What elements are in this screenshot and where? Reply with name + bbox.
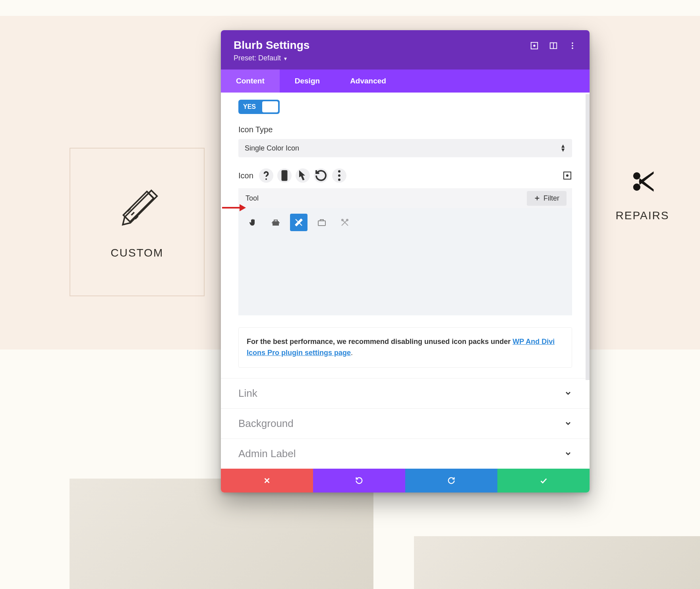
- svg-point-21: [567, 175, 568, 176]
- performance-notice: For the best performance, we recommend d…: [238, 327, 572, 368]
- modal-header: Blurb Settings Preset: Default ▼: [221, 30, 590, 70]
- svg-rect-26: [318, 221, 325, 226]
- split-view-icon[interactable]: [549, 41, 558, 50]
- notice-text: For the best performance, we recommend d…: [247, 338, 512, 346]
- accordion-title: Link: [238, 387, 257, 400]
- blurb-card-repairs: REPAIRS: [601, 168, 684, 222]
- reset-icon[interactable]: [314, 168, 328, 183]
- caret-down-icon: ▼: [282, 56, 288, 62]
- more-options-icon[interactable]: [332, 168, 346, 183]
- filter-button[interactable]: Filter: [527, 191, 567, 206]
- tab-design[interactable]: Design: [280, 70, 335, 93]
- svg-point-19: [338, 179, 340, 181]
- toggle-value: YES: [240, 103, 259, 110]
- icon-type-value: Single Color Icon: [245, 144, 299, 153]
- modal-title: Blurb Settings: [234, 39, 309, 52]
- blurb-card-label: REPAIRS: [616, 209, 669, 222]
- filter-button-label: Filter: [543, 194, 559, 203]
- svg-line-2: [131, 212, 134, 215]
- expand-icon[interactable]: [530, 41, 539, 50]
- icon-option-briefcase[interactable]: [313, 214, 331, 231]
- use-icon-toggle[interactable]: YES: [238, 100, 280, 114]
- icon-option-tools[interactable]: [336, 214, 354, 231]
- accordion-link[interactable]: Link: [221, 378, 590, 408]
- icon-option-hand[interactable]: [244, 214, 261, 231]
- icon-search-bar: Filter: [238, 188, 572, 208]
- svg-point-17: [338, 170, 340, 173]
- icon-field-label: Icon: [238, 171, 253, 180]
- icon-type-label: Icon Type: [238, 125, 572, 134]
- svg-point-7: [633, 183, 640, 191]
- accordion-title: Admin Label: [238, 448, 296, 460]
- icon-option-toolbox[interactable]: [267, 214, 284, 231]
- tab-content[interactable]: Content: [221, 70, 280, 93]
- undo-button[interactable]: [313, 469, 405, 492]
- svg-rect-24: [272, 222, 280, 223]
- accordion-title: Background: [238, 417, 294, 430]
- modal-footer: [221, 469, 590, 492]
- svg-rect-0: [123, 191, 153, 222]
- toggle-knob: [262, 101, 278, 112]
- svg-point-13: [572, 45, 573, 46]
- icon-results-grid: [238, 208, 572, 315]
- svg-point-6: [633, 172, 640, 180]
- notice-suffix: .: [351, 349, 353, 357]
- save-button[interactable]: [497, 469, 590, 492]
- content-image-right: [414, 536, 700, 589]
- modal-body: YES Icon Type Single Color Icon ▲▼ Icon: [221, 93, 590, 469]
- svg-point-9: [534, 45, 535, 46]
- tab-advanced[interactable]: Advanced: [335, 70, 401, 93]
- chevron-down-icon: [564, 389, 572, 397]
- icon-option-ruler-pencil[interactable]: [290, 214, 307, 231]
- chevron-down-icon: [564, 450, 572, 458]
- chevron-down-icon: [564, 419, 572, 427]
- blurb-card-label: CUSTOM: [111, 247, 164, 259]
- select-caret-icon: ▲▼: [560, 144, 566, 152]
- redo-button[interactable]: [405, 469, 497, 492]
- svg-line-5: [149, 193, 154, 199]
- accordion-background[interactable]: Background: [221, 408, 590, 438]
- cancel-button[interactable]: [221, 469, 313, 492]
- blurb-card-custom: CUSTOM: [70, 148, 205, 296]
- help-icon[interactable]: [259, 168, 273, 183]
- svg-rect-16: [281, 170, 287, 181]
- accordion-admin-label[interactable]: Admin Label: [221, 438, 590, 469]
- svg-point-12: [572, 42, 573, 44]
- svg-point-14: [572, 48, 573, 49]
- hover-icon[interactable]: [296, 168, 310, 183]
- svg-point-15: [265, 178, 267, 180]
- maximize-icon[interactable]: [563, 171, 572, 180]
- svg-point-18: [338, 174, 340, 177]
- ruler-pencil-icon: [113, 185, 161, 232]
- preset-dropdown[interactable]: Preset: Default ▼: [234, 54, 309, 62]
- settings-tabs: Content Design Advanced: [221, 70, 590, 93]
- scrollbar[interactable]: [586, 94, 590, 380]
- blurb-settings-modal: Blurb Settings Preset: Default ▼ Content…: [221, 30, 590, 492]
- icon-type-select[interactable]: Single Color Icon ▲▼: [238, 139, 572, 157]
- scissors-icon: [629, 168, 656, 195]
- icon-search-input[interactable]: [244, 192, 527, 205]
- mobile-icon[interactable]: [277, 168, 292, 183]
- annotation-arrow: [222, 205, 247, 210]
- content-image-left: [70, 479, 373, 589]
- more-icon[interactable]: [568, 41, 577, 50]
